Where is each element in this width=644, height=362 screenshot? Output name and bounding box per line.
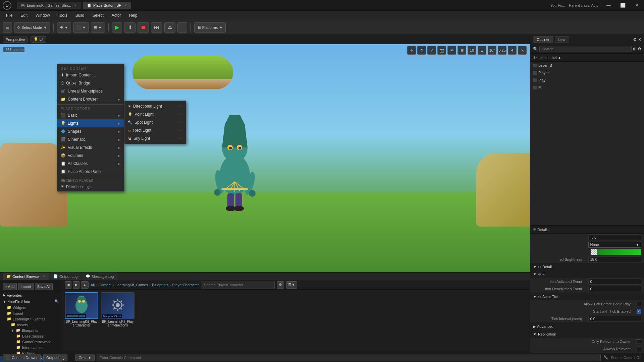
expand-btn[interactable]: ⤡ <box>518 46 527 55</box>
replication-header[interactable]: ▼ Replication <box>530 330 644 338</box>
cb-blueprints[interactable]: ▼ 📁 Blueprints <box>0 327 62 333</box>
breadcrumb-lkgames[interactable]: LearningKit_Games <box>115 283 148 287</box>
checker-swatch[interactable] <box>590 249 597 255</box>
perspective-btn[interactable]: Perspective <box>3 37 28 43</box>
play-options-btn[interactable]: ⋯ <box>177 22 187 33</box>
place-actors-btn[interactable]: ⬛ ▼ <box>73 22 89 33</box>
cb-up-btn[interactable]: ▲ <box>81 281 89 289</box>
scale-btn[interactable]: ⤢ <box>427 46 436 55</box>
sort-label[interactable]: Item Label ▲ <box>539 56 561 60</box>
cb-baseclasses[interactable]: 📁 BaseClasses <box>0 333 62 339</box>
cb-view-btn[interactable]: ☰▼ <box>286 281 297 289</box>
viewport[interactable]: 265 actors ✛ ↻ ⤢ 📷 👁 ⊞ 10 ⊿ 10° 0.25 4 ⤡… <box>0 44 530 272</box>
tab-player-button[interactable]: 📋 PlayerButton_BP ✕ <box>83 2 131 9</box>
green-swatch[interactable] <box>597 249 642 255</box>
outliner-play[interactable]: ⬛ Play <box>530 76 644 84</box>
your-first-hour-header[interactable]: ▼ YourFirstHour 🔍 <box>0 298 62 305</box>
translate-btn[interactable]: ✛ <box>407 46 416 55</box>
dir-light-drag[interactable]: ⠿⠿ <box>178 105 182 108</box>
tick-interval-value[interactable]: 0.0 <box>588 316 642 322</box>
breadcrumb-blueprints[interactable]: Blueprints <box>152 283 168 287</box>
only-relevant-check[interactable] <box>637 339 641 344</box>
start-tick-check[interactable] <box>637 309 641 314</box>
menu-select[interactable]: Select <box>89 12 107 19</box>
lit-btn[interactable]: 💡 Lit <box>31 36 46 43</box>
detail-header-detail[interactable]: ▼ ⊙ Detail <box>530 263 644 270</box>
visual-effects-item[interactable]: ✨Visual Effects ▶ <box>57 143 124 152</box>
rotate-btn[interactable]: ↻ <box>417 46 426 55</box>
grid-size[interactable]: 10 <box>468 46 476 55</box>
add-btn[interactable]: + Add <box>3 283 17 290</box>
snap-btn[interactable]: ⊞ ▼ <box>91 22 105 33</box>
cb-forward-btn[interactable]: ▶ <box>73 281 79 289</box>
directional-light-item[interactable]: ☀Directional Light ⠿⠿ <box>124 102 186 110</box>
asset-player-character[interactable]: Blueprint Class BP_LearningKit_PlayerCha… <box>65 292 98 327</box>
save-all-btn[interactable]: Save All <box>35 283 53 290</box>
outliner-tab[interactable]: Outliner <box>533 36 553 43</box>
point-light-item[interactable]: 💡Point Light ⠿⠿ <box>124 110 186 118</box>
sky-light-item[interactable]: 🌤Sky Light ⠿⠿ <box>124 134 186 142</box>
lever-check[interactable] <box>637 63 641 67</box>
menu-help[interactable]: Help <box>126 12 141 19</box>
tab-games[interactable]: 🎮 LearningKit_Games_Sho... ✕ <box>17 2 80 9</box>
shapes-item[interactable]: 🔷Shapes ▶ <box>57 127 124 135</box>
maximize-button[interactable]: ⬜ <box>618 2 628 8</box>
lights-item[interactable]: 💡Lights ▶ <box>57 119 124 127</box>
outliner-pl[interactable]: ⬛ Pl <box>530 84 644 91</box>
color-picker[interactable] <box>590 249 642 255</box>
output-log-btn[interactable]: Output Log <box>43 354 67 361</box>
cb-tab-close[interactable]: ✕ <box>43 275 45 278</box>
message-log-tab[interactable]: 💬 Message Log <box>82 273 117 280</box>
outliner-grid-icon[interactable]: ⊞ <box>633 47 636 51</box>
select-mode-btn[interactable]: ⊹ Select Mode ▼ <box>14 22 50 33</box>
eject-btn[interactable]: ⏏ <box>164 22 175 33</box>
angle-size[interactable]: 10° <box>488 46 496 55</box>
platforms-btn[interactable]: 🖥 Platforms ▼ <box>194 22 226 33</box>
none-dropdown[interactable]: None ▼ <box>588 242 642 248</box>
menu-tools[interactable]: Tools <box>55 12 71 19</box>
spot-light-drag[interactable]: ⠿⠿ <box>178 121 182 124</box>
menu-file[interactable]: File <box>3 12 16 19</box>
point-light-drag[interactable]: ⠿⠿ <box>178 113 182 116</box>
cb-interactables[interactable]: 📁 Interactables <box>0 345 62 350</box>
cam-speed[interactable]: 0.25 <box>498 46 506 55</box>
breadcrumb-all[interactable]: All <box>91 283 95 287</box>
fov-btn[interactable]: 4 <box>508 46 517 55</box>
cb-assets[interactable]: 📁 Assets <box>0 322 62 327</box>
deactivated-value[interactable]: 0 <box>588 286 642 292</box>
volumes-item[interactable]: 📦Volumes ▶ <box>57 152 124 160</box>
menu-build[interactable]: Build <box>72 12 88 19</box>
tab-player-close[interactable]: ✕ <box>124 4 127 7</box>
yfh-search[interactable]: 🔍 <box>54 299 59 304</box>
advanced-header[interactable]: ▶ Advanced <box>530 323 644 330</box>
view-mode-btn[interactable]: 👁 <box>447 46 456 55</box>
outliner-search-input[interactable] <box>539 46 632 52</box>
outliner-settings-icon[interactable]: ⚙ <box>633 37 637 42</box>
pl-check[interactable] <box>637 85 641 89</box>
cb-learningkit[interactable]: 📁 LearningKit_Games <box>0 316 62 322</box>
levr-tab[interactable]: Levr <box>555 36 569 43</box>
cb-widgets[interactable]: 📁 Widgets <box>0 305 62 310</box>
allow-tick-check[interactable] <box>637 302 641 306</box>
outliner-player[interactable]: ⬛ Player <box>530 69 644 76</box>
recent-directional-light[interactable]: ☀ Directional Light <box>57 183 124 190</box>
spot-light-item[interactable]: 🔦Spot Light ⠿⠿ <box>124 118 186 126</box>
cb-search-input[interactable] <box>201 281 275 289</box>
content-drawer-btn[interactable]: ⬛ Content Drawer <box>3 354 41 361</box>
minimize-button[interactable]: — <box>604 2 613 8</box>
pause-btn[interactable]: ⏸ <box>124 22 136 33</box>
tick-header[interactable]: ▼ ⊙ Actor Tick <box>530 293 644 300</box>
outliner-close-icon[interactable]: ✕ <box>638 37 641 42</box>
detail-header-f[interactable]: ▼ ⊙ F <box>530 270 644 278</box>
content-browser-item[interactable]: 📁Content Browser ▶ <box>57 95 124 103</box>
menu-actor[interactable]: Actor <box>108 12 124 19</box>
breadcrumb-content[interactable]: Content <box>99 283 112 287</box>
outliner-settings2-icon[interactable]: ⚙ <box>638 47 641 51</box>
import-content-item[interactable]: ⬇Import Content... <box>57 71 124 79</box>
cb-gameframework[interactable]: 📁 GameFramework <box>0 339 62 345</box>
player-check[interactable] <box>637 71 641 75</box>
outliner-lever-b[interactable]: ⬛ Lever_B <box>530 62 644 69</box>
import-btn[interactable]: Import <box>18 283 33 290</box>
play-btn[interactable]: ▶ <box>112 22 122 33</box>
tab-games-close[interactable]: ✕ <box>74 4 77 7</box>
